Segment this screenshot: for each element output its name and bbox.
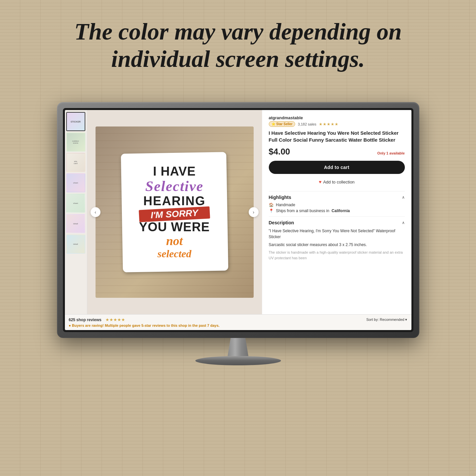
stand-neck bbox=[223, 338, 253, 356]
thumbnail-5[interactable]: sheet bbox=[66, 194, 85, 213]
seller-name[interactable]: atgrandmastable bbox=[269, 115, 405, 120]
product-price: $4.00 bbox=[269, 147, 290, 157]
add-to-collection-label: Add to collection bbox=[323, 180, 354, 184]
screen-bottom-bar: 625 shop reviews ★★★★★ Sort by: Recommen… bbox=[65, 314, 411, 330]
highlights-title: Highlights bbox=[269, 195, 291, 200]
headline-line1: The color may vary depending on bbox=[74, 18, 402, 45]
sticker-text-7: selected bbox=[139, 248, 210, 260]
product-title: I Have Selective Hearing You Were Not Se… bbox=[269, 129, 405, 143]
description-text-2: Sarcastic social sticker measures about … bbox=[269, 242, 405, 248]
sticker-design: I Have Selective Hearing I'M SORRY YOU W… bbox=[128, 159, 221, 265]
main-product-image: I Have Selective Hearing I'M SORRY YOU W… bbox=[96, 126, 254, 298]
location-icon: 📍 bbox=[269, 209, 274, 213]
sticker-text-5: YOU WERE bbox=[139, 220, 210, 234]
sort-label[interactable]: Sort by: Recommended ▾ bbox=[366, 318, 407, 322]
sort-label-text: Sort by: Recommended bbox=[366, 318, 405, 322]
price-row: $4.00 Only 1 available bbox=[269, 147, 405, 157]
thumbnail-6[interactable]: detail bbox=[66, 214, 85, 233]
ships-label: Ships from a small business in bbox=[276, 209, 329, 213]
divider-1 bbox=[269, 191, 405, 191]
availability-label: Only 1 available bbox=[377, 151, 405, 155]
thumbnail-1[interactable]: STICKER bbox=[66, 112, 85, 131]
chevron-left-icon: ‹ bbox=[95, 210, 96, 215]
monitor-stand bbox=[57, 338, 419, 365]
reviews-stars: ★★★★★ bbox=[105, 317, 125, 322]
sticker-text-6: not bbox=[139, 234, 210, 248]
seller-star-rating: ★★★★★ bbox=[319, 122, 339, 126]
monitor-frame: STICKER outdoorscene infocard sheet shee bbox=[57, 102, 419, 338]
next-image-button[interactable]: › bbox=[249, 207, 259, 217]
buyers-raving-label: Buyers are raving! bbox=[72, 323, 104, 327]
highlight-ships: 📍 Ships from a small business in Califor… bbox=[269, 209, 405, 213]
heart-icon: ♥ bbox=[319, 179, 322, 184]
headline: The color may vary depending on individu… bbox=[0, 18, 476, 73]
star-seller-icon: ⭐ bbox=[271, 122, 275, 126]
buyers-raving-bar: ● Buyers are raving! Multiple people gav… bbox=[69, 323, 407, 327]
seller-badge-row: ⭐ Star Seller 3,182 sales ★★★★★ bbox=[269, 121, 405, 127]
ships-location: California bbox=[332, 209, 350, 213]
chevron-right-icon: › bbox=[253, 210, 254, 215]
monitor: STICKER outdoorscene infocard sheet shee bbox=[57, 102, 419, 365]
handmade-icon: 🏠 bbox=[269, 203, 274, 207]
screen-content: STICKER outdoorscene infocard sheet shee bbox=[65, 110, 411, 314]
sales-count: 3,182 sales bbox=[298, 122, 316, 126]
reviews-row: 625 shop reviews ★★★★★ Sort by: Recommen… bbox=[69, 317, 407, 322]
monitor-screen: STICKER outdoorscene infocard sheet shee bbox=[65, 110, 411, 330]
prev-image-button[interactable]: ‹ bbox=[91, 207, 100, 217]
add-to-cart-button[interactable]: Add to cart bbox=[269, 161, 405, 174]
divider-2 bbox=[269, 216, 405, 217]
buyers-raving-text: Multiple people gave 5-star reviews to t… bbox=[105, 323, 219, 327]
headline-line2: individual screen settings. bbox=[111, 46, 365, 72]
star-seller-label: Star Seller bbox=[276, 122, 293, 126]
sticker-text-1: I Have bbox=[139, 165, 210, 179]
thumbnails-column: STICKER outdoorscene infocard sheet shee bbox=[65, 110, 87, 314]
highlight-handmade: 🏠 Handmade bbox=[269, 203, 405, 207]
thumbnail-4[interactable]: sheet bbox=[66, 173, 85, 192]
description-text-3: The sticker is handmade with a high-qual… bbox=[269, 250, 405, 261]
thumbnail-2[interactable]: outdoorscene bbox=[66, 132, 85, 152]
highlights-chevron: ∧ bbox=[402, 195, 405, 200]
main-image-area: ‹ I Have Selective bbox=[87, 110, 262, 314]
stand-base bbox=[195, 356, 281, 365]
sticker-text-2: Selective bbox=[139, 179, 210, 194]
monitor-bezel: STICKER outdoorscene infocard sheet shee bbox=[63, 108, 413, 332]
sticker-text-3: Hearing bbox=[139, 194, 210, 208]
product-info-panel: atgrandmastable ⭐ Star Seller 3,182 sale… bbox=[262, 110, 411, 314]
buyers-raving-icon: ● bbox=[69, 323, 71, 327]
highlights-header: Highlights ∧ bbox=[269, 195, 405, 200]
description-chevron: ∧ bbox=[402, 220, 405, 225]
description-header: Description ∧ bbox=[269, 220, 405, 225]
add-to-collection-button[interactable]: ♥ Add to collection bbox=[269, 177, 405, 186]
reviews-count: 625 shop reviews bbox=[69, 318, 101, 322]
thumbnail-7[interactable]: detail bbox=[66, 235, 85, 254]
star-seller-badge: ⭐ Star Seller bbox=[269, 121, 295, 127]
thumbnail-3[interactable]: infocard bbox=[66, 153, 85, 172]
handmade-label: Handmade bbox=[276, 203, 295, 207]
description-title: Description bbox=[269, 220, 294, 225]
description-text-1: "I Have Selective Hearing, I'm Sorry You… bbox=[269, 228, 405, 240]
